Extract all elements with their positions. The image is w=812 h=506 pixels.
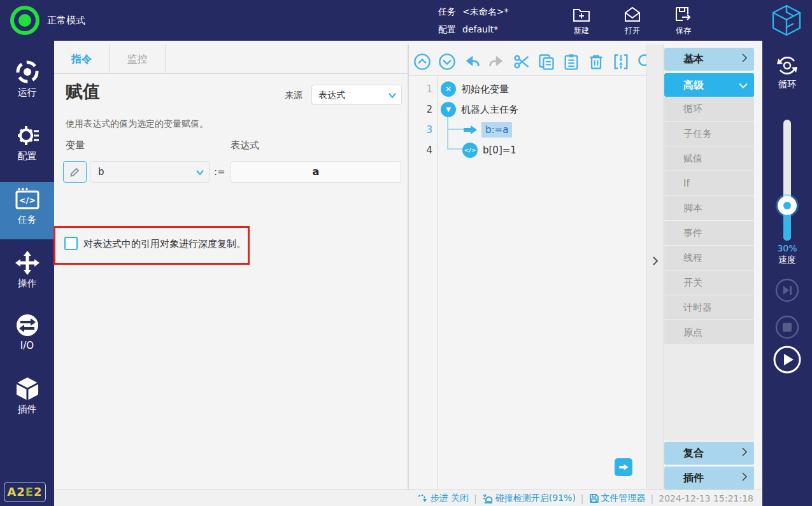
tab-monitor[interactable]: 监控	[110, 45, 166, 74]
palette-item-origin[interactable]: 原点	[664, 320, 754, 345]
tree-node-assignment-selected[interactable]: b:=a	[462, 122, 512, 137]
play-button[interactable]	[773, 345, 802, 374]
file-manager-link[interactable]: 文件管理器	[601, 493, 646, 504]
expression-label: 表达式	[231, 139, 259, 151]
palette-item-subtask[interactable]: 子任务	[664, 122, 754, 146]
tree-node-label: 机器人主任务	[461, 102, 518, 117]
step-button[interactable]	[774, 278, 800, 303]
line-number: 2	[411, 100, 432, 119]
variable-select[interactable]: b	[90, 161, 210, 183]
system-timestamp: 2024-12-13 15:21:18	[659, 493, 753, 503]
palette-item-assignment[interactable]: 赋值	[664, 146, 754, 171]
undo-button[interactable]	[462, 52, 481, 71]
speed-label: 速度	[762, 255, 812, 266]
tree-node-script[interactable]: </> b[0]=1	[462, 143, 516, 158]
palette-group-plugin[interactable]: 插件	[664, 467, 754, 489]
palette-item-label: 原点	[683, 327, 702, 338]
chevron-right-icon	[652, 256, 659, 266]
palette-item-script[interactable]: 脚本	[664, 196, 754, 221]
chevron-right-icon	[742, 48, 748, 71]
move-down-button[interactable]	[438, 52, 457, 71]
sidebar-item-label: I/O	[0, 340, 54, 351]
tree-connector	[447, 116, 448, 150]
gutter-divider	[437, 76, 438, 489]
new-button[interactable]: 新建	[564, 5, 599, 36]
config-name: default*	[462, 24, 498, 34]
cut-button[interactable]	[512, 52, 531, 71]
right-control-rail: 循环 30% 速度	[762, 41, 812, 506]
copy-button[interactable]	[537, 52, 556, 71]
chevron-down-icon	[196, 162, 204, 182]
expression-input[interactable]: a	[231, 161, 401, 183]
source-select-value: 表达式	[318, 90, 345, 100]
sidebar-item-run[interactable]: 运行	[0, 55, 54, 112]
sidebar-item-operate[interactable]: 操作	[0, 246, 54, 303]
palette-item-label: 开关	[683, 277, 702, 288]
top-bar: 正常模式 任务<未命名>* 配置default* 新建 打开 保存	[0, 0, 812, 41]
palette-group-composite[interactable]: 复合	[664, 442, 754, 465]
move-up-button[interactable]	[413, 52, 432, 71]
sidebar-item-plugin[interactable]: 插件	[0, 372, 54, 429]
badge-text: A2	[7, 485, 25, 498]
line-number: 4	[411, 141, 432, 160]
pencil-icon	[69, 165, 82, 178]
palette-item-event[interactable]: 事件	[664, 221, 754, 246]
variable-edit-button[interactable]	[63, 161, 87, 183]
step-status-icon	[418, 493, 428, 503]
loop-label: 循环	[762, 79, 812, 90]
sidebar-item-label: 插件	[0, 404, 54, 416]
collision-detection-icon	[482, 493, 493, 503]
assign-operator: :=	[214, 166, 225, 178]
save-icon	[666, 5, 701, 24]
sidebar-item-label: 配置	[0, 150, 54, 162]
open-button-label: 打开	[615, 25, 650, 36]
source-select[interactable]: 表达式	[311, 85, 402, 105]
palette-item-if[interactable]: If	[664, 171, 754, 196]
deepcopy-checkbox[interactable]	[64, 237, 78, 250]
variable-label: 变量	[66, 139, 85, 151]
play-icon	[773, 345, 802, 374]
stop-icon	[774, 314, 800, 340]
palette-item-label: 线程	[683, 252, 702, 264]
sidebar-item-io[interactable]: I/O	[0, 308, 54, 365]
expand-panel-button[interactable]	[646, 252, 664, 270]
tree-node-init-vars[interactable]: ✕ 初始化变量	[441, 81, 509, 97]
save-button-label: 保存	[666, 25, 701, 36]
robot-model-badge[interactable]: A2E2	[4, 482, 46, 502]
open-button[interactable]: 打开	[615, 5, 650, 36]
sidebar-item-config[interactable]: 配置	[0, 118, 54, 176]
variable-select-value: b	[98, 166, 104, 178]
paste-button[interactable]	[562, 52, 581, 71]
tab-instruction[interactable]: 指令	[54, 45, 110, 74]
gear-icon	[14, 122, 41, 149]
slider-thumb-dot	[783, 202, 791, 209]
line-number: 3	[411, 120, 432, 139]
tree-node-main-task[interactable]: ▼ 机器人主任务	[441, 102, 518, 117]
palette-group-advanced[interactable]: 高级	[664, 73, 754, 97]
palette-group-basic[interactable]: 基本	[664, 48, 754, 71]
speed-slider-thumb[interactable]	[778, 196, 797, 215]
palette-item-switch[interactable]: 开关	[664, 271, 754, 295]
collapse-button[interactable]	[611, 52, 630, 71]
redo-button[interactable]	[487, 52, 506, 71]
palette-item-label: 脚本	[683, 202, 702, 214]
next-step-button[interactable]	[615, 458, 632, 476]
palette-empty-area	[664, 345, 754, 440]
palette-group-label: 基本	[683, 53, 704, 65]
task-label: 任务	[438, 6, 456, 17]
stop-button[interactable]	[774, 314, 800, 340]
speed-slider-track[interactable]	[783, 120, 791, 241]
tree-connector	[447, 148, 464, 150]
step-status[interactable]: 步进 关闭	[431, 493, 469, 504]
move-arrows-icon	[14, 249, 41, 276]
palette-item-thread[interactable]: 线程	[664, 246, 754, 271]
palette-item-timer[interactable]: 计时器	[664, 295, 754, 320]
collision-status[interactable]: 碰撞检测开启(91%)	[495, 493, 576, 504]
save-button[interactable]: 保存	[666, 5, 701, 36]
sidebar-item-task[interactable]: </> 任务	[0, 182, 54, 239]
tree-connector	[447, 129, 464, 130]
palette-item-loop[interactable]: 循环	[664, 97, 754, 122]
delete-button[interactable]	[587, 52, 606, 71]
loop-mode-toggle[interactable]: 循环	[762, 53, 812, 90]
trash-icon	[587, 53, 605, 71]
